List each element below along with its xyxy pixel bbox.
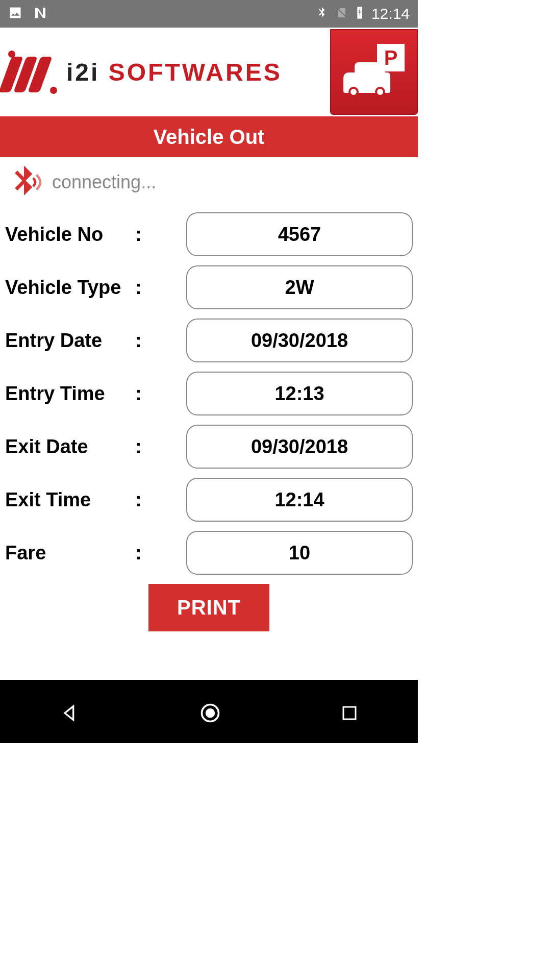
entry-date-row: Entry Date : 09/30/2018 xyxy=(5,318,413,362)
parking-badge[interactable]: P xyxy=(330,29,418,115)
exit-date-field[interactable]: 09/30/2018 xyxy=(186,425,413,469)
home-icon[interactable] xyxy=(199,702,221,726)
page-title: Vehicle Out xyxy=(0,116,418,157)
bluetooth-status-text: connecting... xyxy=(52,172,156,193)
back-icon[interactable] xyxy=(60,703,80,725)
colon: : xyxy=(135,542,156,564)
vehicle-no-label: Vehicle No xyxy=(5,224,135,246)
battery-charging-icon xyxy=(355,6,364,22)
entry-time-row: Entry Time : 12:13 xyxy=(5,372,413,415)
logo-i2i: i2i xyxy=(66,59,99,86)
n-icon xyxy=(33,5,48,22)
logo-mark xyxy=(5,51,61,94)
no-sim-icon xyxy=(336,6,348,22)
status-right-icons: 12:14 xyxy=(315,5,410,22)
vehicle-type-label: Vehicle Type xyxy=(5,277,135,299)
android-nav-bar xyxy=(0,685,418,743)
colon: : xyxy=(135,489,156,511)
status-time: 12:14 xyxy=(371,5,410,22)
brand-logo: i2i SOFTWARES xyxy=(5,51,282,94)
exit-date-row: Exit Date : 09/30/2018 xyxy=(5,425,413,469)
divider-bar xyxy=(0,680,418,685)
exit-date-label: Exit Date xyxy=(5,436,135,458)
vehicle-type-row: Vehicle Type : 2W xyxy=(5,265,413,309)
bluetooth-status-row: connecting... xyxy=(0,157,418,207)
status-left-icons xyxy=(8,5,48,22)
colon: : xyxy=(135,383,156,405)
colon: : xyxy=(135,330,156,352)
colon: : xyxy=(135,277,156,299)
vehicle-no-field[interactable]: 4567 xyxy=(186,212,413,256)
entry-date-field[interactable]: 09/30/2018 xyxy=(186,318,413,362)
bluetooth-connecting-icon xyxy=(4,162,44,202)
entry-time-label: Entry Time xyxy=(5,383,135,405)
colon: : xyxy=(135,436,156,458)
vehicle-type-field[interactable]: 2W xyxy=(186,265,413,309)
print-button-row: PRINT xyxy=(5,584,413,631)
fare-label: Fare xyxy=(5,542,135,564)
svg-rect-2 xyxy=(343,707,356,719)
svg-point-1 xyxy=(205,708,214,718)
logo-softwares: SOFTWARES xyxy=(99,59,282,86)
fare-row: Fare : 10 xyxy=(5,531,413,575)
print-button[interactable]: PRINT xyxy=(148,584,269,631)
entry-time-field[interactable]: 12:13 xyxy=(186,372,413,415)
android-status-bar: 12:14 xyxy=(0,0,418,28)
photos-icon xyxy=(8,6,22,22)
entry-date-label: Entry Date xyxy=(5,330,135,352)
header-logo-bar: i2i SOFTWARES P xyxy=(0,28,418,116)
bluetooth-icon xyxy=(315,6,329,22)
exit-time-label: Exit Time xyxy=(5,489,135,511)
vehicle-no-row: Vehicle No : 4567 xyxy=(5,212,413,256)
exit-time-field[interactable]: 12:14 xyxy=(186,478,413,522)
recents-icon[interactable] xyxy=(340,704,359,724)
logo-text: i2i SOFTWARES xyxy=(66,58,282,86)
exit-time-row: Exit Time : 12:14 xyxy=(5,478,413,522)
colon: : xyxy=(135,224,156,246)
vehicle-out-form: Vehicle No : 4567 Vehicle Type : 2W Entr… xyxy=(0,207,418,631)
car-icon xyxy=(343,64,394,100)
fare-field[interactable]: 10 xyxy=(186,531,413,575)
